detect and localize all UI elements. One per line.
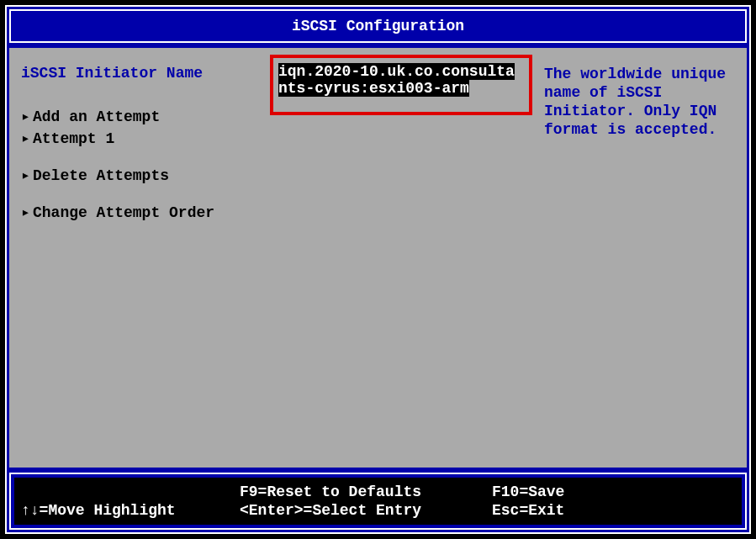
help-panel: The worldwide unique name of iSCSI Initi… [539,65,738,459]
footer-f9-reset[interactable]: F9=Reset to Defaults [240,483,492,501]
menu-attempt-1[interactable]: ▸Attempt 1 [21,129,270,147]
highlighted-value-box: iqn.2020-10.uk.co.consulta nts-cyrus:esx… [270,55,532,115]
value-line-2: nts-cyrus:esxi003-arm [278,80,469,97]
arrow-icon: ▸ [21,166,33,184]
menu-change-order[interactable]: ▸Change Attempt Order [21,203,270,221]
help-line: Initiator. Only IQN [544,102,738,120]
arrow-icon: ▸ [21,129,33,147]
menu-delete-attempts[interactable]: ▸Delete Attempts [21,166,270,184]
middle-column: iqn.2020-10.uk.co.consulta nts-cyrus:esx… [270,65,539,459]
menu-add-attempt-label: Add an Attempt [33,108,160,125]
arrow-icon: ▸ [21,203,33,221]
footer-bar: F9=Reset to Defaults F10=Save ↑↓=Move Hi… [9,473,747,530]
title-bar: iSCSI Configuration [9,9,747,43]
help-line: format is accepted. [544,120,738,139]
page-title: iSCSI Configuration [292,18,464,34]
menu-attempt-1-label: Attempt 1 [33,130,114,147]
footer-move-highlight: ↑↓=Move Highlight [21,501,240,520]
initiator-name-value[interactable]: iqn.2020-10.uk.co.consulta nts-cyrus:esx… [278,63,524,97]
footer-empty [21,483,240,501]
menu-change-order-label: Change Attempt Order [33,204,214,221]
footer-enter-select[interactable]: <Enter>=Select Entry [240,501,492,520]
help-line: name of iSCSI [544,83,738,102]
menu-add-attempt[interactable]: ▸Add an Attempt [21,107,270,125]
main-area: iSCSI Initiator Name ▸Add an Attempt ▸At… [9,48,747,468]
footer-f10-save[interactable]: F10=Save [492,483,735,501]
footer-esc-exit[interactable]: Esc=Exit [492,501,735,520]
help-line: The worldwide unique [544,65,738,83]
initiator-name-label: iSCSI Initiator Name [21,65,270,82]
value-line-1: iqn.2020-10.uk.co.consulta [278,63,515,80]
menu-delete-attempts-label: Delete Attempts [33,167,169,184]
arrow-icon: ▸ [21,107,33,125]
left-column: iSCSI Initiator Name ▸Add an Attempt ▸At… [18,65,270,459]
bios-window: iSCSI Configuration iSCSI Initiator Name… [5,5,751,534]
